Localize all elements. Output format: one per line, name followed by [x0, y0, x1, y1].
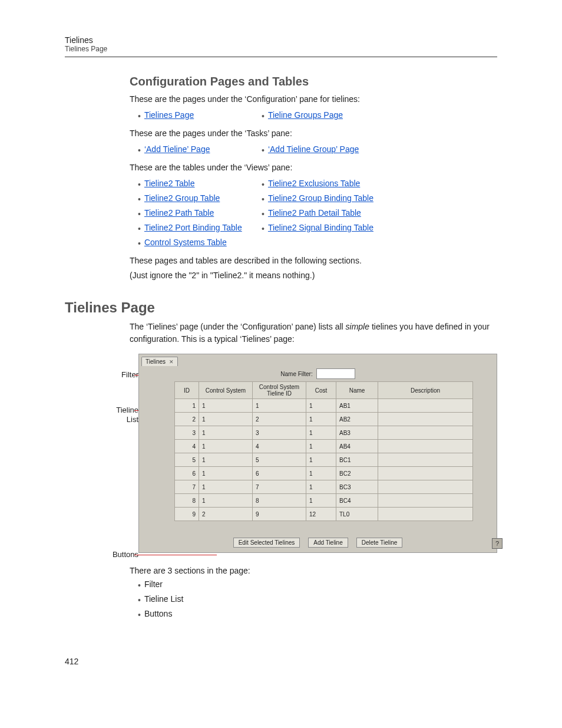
link[interactable]: ‘Add Tieline Group’ Page — [268, 144, 359, 154]
link-item: •Tieline2 Group Binding Table — [262, 193, 385, 206]
bullet-icon: • — [138, 110, 141, 123]
table-cell: 5 — [175, 453, 199, 467]
table-cell — [378, 508, 473, 521]
config-links: •Tielines Page •Tieline Groups Page — [138, 108, 497, 125]
table-cell: 1 — [306, 453, 336, 467]
list-item: •Filter — [138, 579, 497, 592]
page-number: 412 — [65, 657, 497, 666]
table-row[interactable]: 1111AB1 — [175, 399, 473, 413]
close-icon[interactable]: ✕ — [169, 359, 174, 365]
tab-bar: Tielines ✕ — [139, 354, 497, 366]
table-cell: 1 — [199, 440, 253, 453]
tielines-table: IDControl SystemControl System Tieline I… — [174, 381, 473, 521]
table-cell: 6 — [175, 467, 199, 480]
bullet-icon: • — [138, 179, 141, 191]
table-cell: 1 — [199, 453, 253, 467]
table-row[interactable]: 4141AB4 — [175, 440, 473, 453]
bullet-icon: • — [138, 609, 141, 621]
table-cell: 1 — [175, 399, 199, 413]
link[interactable]: Tieline2 Group Table — [144, 193, 220, 203]
table-cell: 1 — [199, 494, 253, 508]
paragraph-sections: There are 3 sections in the page: — [130, 565, 497, 577]
table-cell — [378, 467, 473, 480]
filter-label: Name Filter: — [280, 371, 312, 377]
table-cell: BC1 — [336, 453, 378, 467]
bullet-icon: • — [138, 238, 141, 250]
column-header[interactable]: Control System — [199, 382, 253, 399]
table-cell: 12 — [306, 508, 336, 521]
table-cell: 1 — [306, 440, 336, 453]
table-cell: 8 — [253, 494, 306, 508]
tielines-screenshot: Tielines ✕ Name Filter: IDControl System… — [138, 354, 497, 553]
table-row[interactable]: 3131AB3 — [175, 426, 473, 440]
paragraph-tielines-intro: The ‘Tielines’ page (under the ‘Configur… — [130, 321, 497, 345]
column-header[interactable]: Cost — [306, 382, 336, 399]
name-filter-input[interactable] — [316, 368, 355, 379]
tab-tielines[interactable]: Tielines ✕ — [141, 357, 178, 366]
link[interactable]: Tieline2 Path Detail Table — [268, 208, 361, 218]
list-item: •Tieline List — [138, 594, 497, 607]
table-cell — [378, 399, 473, 413]
bullet-icon: • — [138, 594, 141, 607]
help-icon[interactable]: ? — [492, 538, 503, 549]
paragraph-views-pane: These are the tables under the ‘Views’ p… — [130, 162, 497, 174]
column-header[interactable]: Name — [336, 382, 378, 399]
link-item: •Tieline2 Path Table — [138, 208, 262, 220]
add-tieline-button[interactable]: Add Tieline — [308, 538, 348, 548]
edit-selected-tielines-button[interactable]: Edit Selected Tielines — [233, 538, 300, 548]
link[interactable]: Tielines Page — [144, 110, 194, 120]
table-cell: 1 — [199, 413, 253, 426]
link[interactable]: Tieline2 Signal Binding Table — [268, 223, 373, 232]
bullet-icon: • — [138, 193, 141, 206]
link[interactable]: Tieline2 Exclusions Table — [268, 179, 360, 188]
button-bar: Edit Selected Tielines Add Tieline Delet… — [139, 521, 497, 552]
section-heading-config: Configuration Pages and Tables — [130, 75, 497, 88]
link-item: •Tielines Page — [138, 110, 262, 123]
link[interactable]: Tieline2 Group Binding Table — [268, 193, 373, 203]
table-cell: 2 — [175, 413, 199, 426]
bullet-icon: • — [262, 144, 265, 157]
link[interactable]: ‘Add Tieline’ Page — [144, 144, 210, 154]
link[interactable]: Tieline2 Port Binding Table — [144, 223, 242, 232]
annotation-list: List — [127, 415, 138, 424]
table-cell: AB2 — [336, 413, 378, 426]
column-header[interactable]: Description — [378, 382, 473, 399]
table-cell — [378, 440, 473, 453]
table-cell: BC3 — [336, 480, 378, 494]
bullet-icon: • — [138, 223, 141, 235]
table-cell: BC4 — [336, 494, 378, 508]
table-cell — [378, 480, 473, 494]
table-row[interactable]: 2121AB2 — [175, 413, 473, 426]
bullet-icon: • — [138, 208, 141, 220]
link[interactable]: Tieline2 Path Table — [144, 208, 214, 218]
table-row[interactable]: 6161BC2 — [175, 467, 473, 480]
table-row[interactable]: 8181BC4 — [175, 494, 473, 508]
header-subtitle: Tielines Page — [65, 45, 497, 53]
column-header[interactable]: ID — [175, 382, 199, 399]
header-rule — [65, 57, 497, 57]
table-cell: 1 — [306, 413, 336, 426]
link-item: •Tieline2 Port Binding Table — [138, 223, 262, 235]
table-cell: 4 — [175, 440, 199, 453]
table-cell: 1 — [199, 480, 253, 494]
table-row[interactable]: 92912TL0 — [175, 508, 473, 521]
table-cell: AB1 — [336, 399, 378, 413]
table-cell: 7 — [175, 480, 199, 494]
table-cell: 1 — [199, 426, 253, 440]
list-item-label: Filter — [144, 579, 163, 589]
table-cell: 1 — [306, 494, 336, 508]
link[interactable]: Tieline2 Table — [144, 179, 195, 188]
table-row[interactable]: 7171BC3 — [175, 480, 473, 494]
table-cell: TL0 — [336, 508, 378, 521]
sections-list: •Filter•Tieline List•Buttons — [138, 579, 497, 621]
table-row[interactable]: 5151BC1 — [175, 453, 473, 467]
table-cell: 1 — [306, 467, 336, 480]
link[interactable]: Tieline Groups Page — [268, 110, 343, 120]
link-item: •Tieline2 Table — [138, 179, 262, 191]
table-cell: 2 — [253, 413, 306, 426]
table-cell — [378, 413, 473, 426]
column-header[interactable]: Control System Tieline ID — [253, 382, 306, 399]
view-links: •Tieline2 Table•Tieline2 Group Table•Tie… — [138, 176, 497, 252]
link[interactable]: Control Systems Table — [144, 238, 227, 247]
delete-tieline-button[interactable]: Delete Tieline — [356, 538, 403, 548]
